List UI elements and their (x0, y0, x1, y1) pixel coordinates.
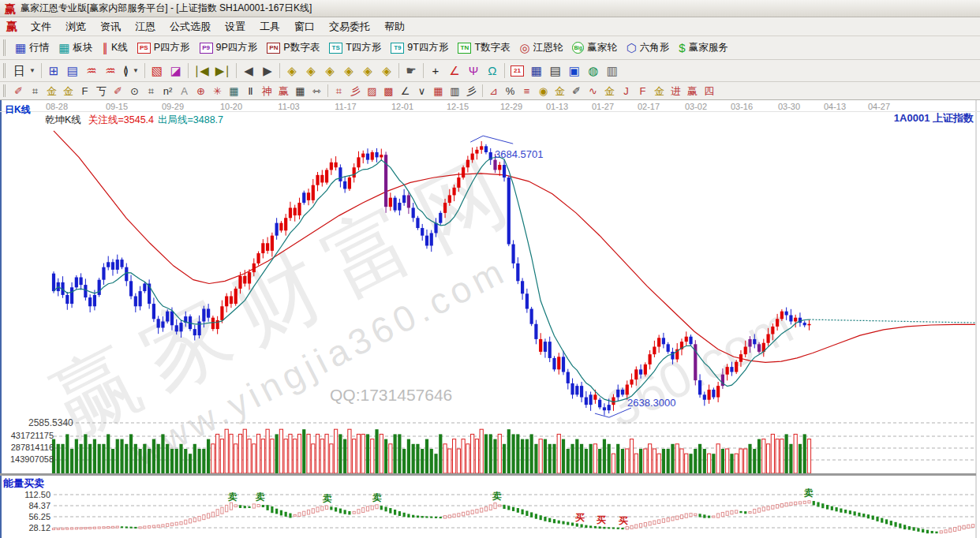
draw-pen[interactable]: ✐ (10, 84, 27, 99)
prev-bar[interactable]: ◀ (239, 62, 258, 80)
t-number-button[interactable]: TNT数字表 (453, 38, 514, 58)
draw-si-angle-icon: 四 (704, 86, 714, 96)
menu-item-3[interactable]: 江恩 (128, 18, 163, 35)
draw-j-angle[interactable]: J (618, 84, 634, 99)
menu-item-9[interactable]: 帮助 (377, 18, 412, 35)
compress[interactable]: ◈ (339, 62, 358, 80)
draw-f-grid[interactable]: F (77, 84, 93, 99)
t-square-button[interactable]: TST四方形 (324, 38, 386, 58)
draw-ying-angle[interactable]: 赢 (684, 84, 701, 99)
toolbar-grip[interactable] (3, 84, 7, 97)
wave3-tool[interactable]: ♒ (82, 62, 101, 80)
period-select[interactable]: 日▼ (10, 62, 39, 80)
expand-v[interactable]: ◈ (377, 62, 396, 80)
brain-tool[interactable]: Ω (483, 62, 502, 80)
draw-shen[interactable]: 神 (259, 84, 275, 99)
draw-pct[interactable]: % (502, 84, 518, 99)
menu-item-0[interactable]: 文件 (24, 18, 58, 35)
draw-star[interactable]: ✳ (209, 84, 226, 99)
ninep-square-button[interactable]: P99P四方形 (195, 38, 263, 58)
draw-pen2[interactable]: ✐ (568, 84, 585, 99)
draw-pct-lines[interactable]: ≡ (518, 84, 535, 99)
zoom-h[interactable]: ◈ (320, 62, 339, 80)
candle-style[interactable]: ≬▼ (120, 62, 142, 80)
print-tool[interactable]: ▥ (603, 62, 622, 80)
menu-item-6[interactable]: 工具 (252, 18, 287, 35)
menu-item-8[interactable]: 交易委托 (322, 18, 377, 35)
sector-button[interactable]: ▦板块 (54, 38, 97, 58)
draw-kk[interactable]: Ⅱ (242, 84, 259, 99)
draw-gold-grid[interactable]: 金 (43, 84, 60, 99)
quotes-button[interactable]: ▦行情 (10, 38, 54, 58)
draw-gold3[interactable]: 金 (601, 84, 618, 99)
winner-wheel-button[interactable]: Big赢家轮 (567, 38, 622, 58)
service-button[interactable]: $赢家服务 (674, 38, 732, 58)
draw-box-grid[interactable]: ▦ (226, 84, 242, 99)
notebook-tool[interactable]: ▤ (546, 62, 565, 80)
hexagon-button[interactable]: ⬡六角形 (622, 38, 675, 58)
draw-jin-angle[interactable]: 进 (668, 84, 684, 99)
draw-grid[interactable]: ⌗ (27, 84, 43, 99)
candlestick-chart[interactable]: 卖卖卖卖卖卖买买买 (0, 100, 980, 538)
menu-item-2[interactable]: 资讯 (93, 18, 128, 35)
draw-num-grid[interactable]: ▦ (292, 84, 309, 99)
calculator-tool[interactable]: ▦ (527, 62, 546, 80)
draw-span[interactable]: ⇿ (309, 84, 325, 99)
ninet-square-button[interactable]: T99T四方形 (386, 38, 453, 58)
hand-tool[interactable]: ☛ (402, 62, 421, 80)
draw-f-angle[interactable]: F (634, 84, 651, 99)
draw-a[interactable]: A (176, 84, 193, 99)
web-save-tool[interactable]: ◍ (584, 62, 603, 80)
draw-grid3[interactable]: ▦ (430, 84, 447, 99)
next-bar[interactable]: ▶ (258, 62, 277, 80)
last-bar[interactable]: ▶∣ (212, 62, 234, 80)
shift-left[interactable]: ◈ (282, 62, 301, 80)
draw-ying[interactable]: 赢 (275, 84, 292, 99)
angle-tool[interactable]: ∠ (445, 62, 464, 80)
expand[interactable]: ◈ (358, 62, 377, 80)
wave9-tool[interactable]: ♒ (101, 62, 120, 80)
draw-gold-lines[interactable]: 金 (552, 84, 568, 99)
info-pane[interactable]: ▤ (63, 62, 82, 80)
draw-gold-circle[interactable]: ◉ (535, 84, 552, 99)
window-titlebar[interactable]: 赢 赢家江恩专业版[赢家内部服务平台] - [上证指数 SH1A0001-167… (0, 0, 980, 17)
draw-target[interactable]: ⊕ (193, 84, 209, 99)
draw-circle[interactable]: ⊙ (126, 84, 143, 99)
shift-right[interactable]: ◈ (301, 62, 320, 80)
calendar-tool[interactable]: 21 (507, 62, 527, 80)
draw-rays2[interactable]: 彡 (463, 84, 480, 99)
p-square-button[interactable]: PSP四方形 (133, 38, 195, 58)
draw-n2[interactable]: n² (159, 84, 176, 99)
draw-rays[interactable]: 彡 (347, 84, 364, 99)
first-bar[interactable]: ∣◀ (191, 62, 212, 80)
draw-grid-red[interactable]: ⌗ (331, 84, 347, 99)
menu-item-7[interactable]: 窗口 (287, 18, 322, 35)
draw-si-angle[interactable]: 四 (701, 84, 717, 99)
draw-pen-red[interactable]: ✐ (110, 84, 126, 99)
draw-gold-grid2[interactable]: 金 (60, 84, 77, 99)
save-tool[interactable]: ▣ (565, 62, 584, 80)
draw-grid4[interactable]: ▥ (447, 84, 463, 99)
draw-tri[interactable]: ⊿ (485, 84, 502, 99)
menu-item-5[interactable]: 设置 (218, 18, 252, 35)
gann-wheel-button[interactable]: ◎江恩轮 (515, 38, 568, 58)
crosshair-tool[interactable]: + (426, 62, 445, 80)
toolbar-grip[interactable] (3, 39, 7, 56)
p-number-button[interactable]: PNP数字表 (262, 38, 324, 58)
draw-hatch[interactable]: ▨ (364, 84, 380, 99)
menu-item-4[interactable]: 公式选股 (163, 18, 218, 35)
draw-hatch2[interactable]: ▩ (380, 84, 397, 99)
draw-v[interactable]: ∨ (413, 84, 430, 99)
draw-angle[interactable]: ∠ (397, 84, 413, 99)
window-layout[interactable]: ⊞ (44, 62, 63, 80)
draw-gold-angle[interactable]: 金 (651, 84, 668, 99)
draw-grid2[interactable]: ⌗ (143, 84, 159, 99)
mind-tool[interactable]: Ψ (464, 62, 483, 80)
draw-wave[interactable]: ∿ (585, 84, 601, 99)
draw-arc[interactable]: 丂 (93, 84, 110, 99)
toolbar-grip[interactable] (3, 63, 7, 78)
menu-item-1[interactable]: 浏览 (58, 18, 93, 35)
color-chart[interactable]: ◪ (166, 62, 185, 80)
pattern-tool[interactable]: ▧ (148, 62, 166, 80)
kline-button[interactable]: ∥K线 (97, 38, 132, 58)
